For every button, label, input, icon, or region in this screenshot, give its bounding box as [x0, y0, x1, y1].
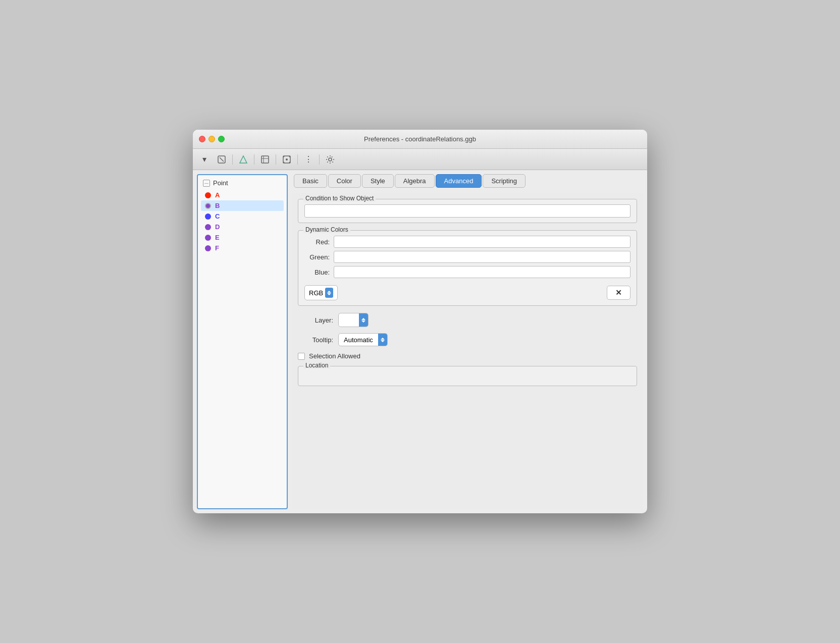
separator-3 [276, 154, 276, 165]
more-tools-button[interactable]: ⋮ [301, 152, 316, 167]
sidebar-item-a[interactable]: A [201, 190, 284, 200]
svg-point-10 [283, 162, 285, 163]
tooltip-dropdown[interactable]: Automatic [338, 333, 388, 346]
dot-f [205, 245, 211, 251]
tab-style[interactable]: Style [362, 174, 394, 188]
dot-c [205, 213, 211, 220]
select-tool-button[interactable] [214, 152, 229, 167]
clear-button[interactable]: ✕ [607, 286, 631, 300]
svg-point-8 [283, 155, 285, 157]
tab-advanced[interactable]: Advanced [436, 174, 482, 188]
toolbar: ▾ ⋮ [193, 149, 647, 170]
layer-stepper[interactable]: 0 [338, 313, 369, 327]
svg-point-9 [289, 155, 291, 157]
tooltip-value: Automatic [339, 336, 378, 344]
label-b: B [215, 202, 220, 209]
rgb-label: RGB [309, 289, 323, 297]
condition-section: Condition to Show Object [298, 199, 637, 223]
traffic-lights [199, 136, 225, 142]
tooltip-label: Tooltip: [298, 336, 333, 344]
condition-input[interactable] [304, 204, 631, 218]
sidebar-collapse-icon[interactable]: — [203, 180, 210, 187]
main-panel: Basic Color Style Algebra Advanced Scrip… [292, 170, 647, 513]
blue-input[interactable] [334, 266, 631, 278]
sidebar: — Point A B C D E [197, 174, 288, 509]
svg-point-12 [329, 158, 332, 161]
settings-button[interactable] [323, 152, 338, 167]
condition-legend: Condition to Show Object [303, 195, 376, 202]
rgb-mode-button[interactable]: RGB [304, 285, 338, 300]
selection-label: Selection Allowed [309, 352, 360, 360]
tooltip-arrows[interactable] [378, 333, 387, 346]
tab-scripting[interactable]: Scripting [483, 174, 526, 188]
red-input[interactable] [334, 236, 631, 248]
dynamic-colors-legend: Dynamic Colors [303, 226, 350, 233]
blue-label: Blue: [304, 269, 330, 276]
transform-tool-button[interactable] [279, 152, 294, 167]
selection-row: Selection Allowed [298, 352, 637, 360]
separator-5 [319, 154, 320, 165]
sidebar-item-c[interactable]: C [201, 211, 284, 222]
dot-a [205, 192, 211, 198]
sidebar-item-d[interactable]: D [201, 222, 284, 232]
blue-row: Blue: [304, 266, 631, 278]
green-label: Green: [304, 253, 330, 261]
layer-row: Layer: 0 [298, 313, 637, 327]
sidebar-title: Point [213, 179, 228, 187]
layer-value[interactable]: 0 [339, 315, 359, 326]
dot-e [205, 235, 211, 241]
separator-4 [297, 154, 298, 165]
tooltip-row: Tooltip: Automatic [298, 333, 637, 346]
svg-point-7 [286, 158, 288, 160]
label-e: E [215, 234, 220, 241]
sidebar-item-b[interactable]: B [201, 200, 284, 211]
rgb-chevrons [325, 288, 333, 298]
svg-marker-2 [240, 156, 247, 163]
separator-2 [254, 154, 254, 165]
tab-algebra[interactable]: Algebra [395, 174, 435, 188]
svg-point-11 [289, 162, 291, 163]
dot-b [205, 203, 211, 209]
svg-rect-3 [261, 156, 269, 163]
panel-content: Condition to Show Object Dynamic Colors … [292, 193, 643, 509]
label-a: A [215, 191, 220, 199]
dynamic-colors-section: Dynamic Colors Red: Green: Blue: [298, 230, 637, 306]
preferences-window: Preferences - coordinateRelations.ggb ▾ … [193, 130, 647, 513]
minimize-button[interactable] [208, 136, 215, 142]
location-section: Location [298, 366, 637, 386]
titlebar: Preferences - coordinateRelations.ggb [193, 130, 647, 149]
green-row: Green: [304, 251, 631, 263]
red-label: Red: [304, 238, 330, 246]
tab-basic[interactable]: Basic [294, 174, 327, 188]
window-title: Preferences - coordinateRelations.ggb [364, 135, 476, 143]
tab-color[interactable]: Color [328, 174, 361, 188]
sidebar-header: — Point [201, 178, 284, 188]
label-d: D [215, 223, 220, 231]
label-f: F [215, 244, 219, 252]
svg-line-1 [220, 157, 224, 162]
content-area: — Point A B C D E [193, 170, 647, 513]
green-input[interactable] [334, 251, 631, 263]
color-controls: RGB ✕ [304, 285, 631, 300]
sidebar-item-e[interactable]: E [201, 232, 284, 243]
maximize-button[interactable] [218, 136, 225, 142]
dropdown-arrow-button[interactable]: ▾ [197, 152, 212, 167]
close-button[interactable] [199, 136, 205, 142]
sidebar-item-f[interactable]: F [201, 243, 284, 253]
layer-arrows[interactable] [359, 313, 368, 327]
layer-label: Layer: [298, 316, 333, 324]
selection-checkbox[interactable] [298, 353, 305, 360]
triangle-tool-button[interactable] [236, 152, 251, 167]
tabs: Basic Color Style Algebra Advanced Scrip… [292, 174, 643, 188]
spreadsheet-tool-button[interactable] [257, 152, 273, 167]
label-c: C [215, 212, 220, 220]
location-legend: Location [303, 362, 330, 369]
dot-d [205, 224, 211, 230]
red-row: Red: [304, 236, 631, 248]
separator-1 [232, 154, 233, 165]
